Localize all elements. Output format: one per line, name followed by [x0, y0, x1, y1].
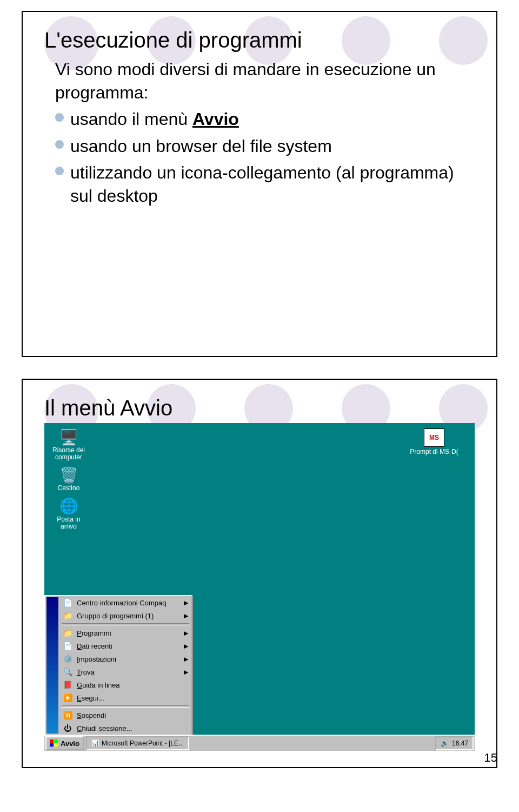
slide-1: L'esecuzione di programmi Vi sono modi d… [22, 11, 497, 357]
slide-title: Il menù Avvio [44, 396, 496, 420]
trova-icon: 🔍 [63, 667, 72, 677]
start-menu: 📄Centro informazioni Compaq▶📁Gruppo di p… [44, 595, 192, 736]
start-menu-item-dati[interactable]: 📄Dati recenti▶ [59, 639, 191, 652]
guida-icon: 📕 [63, 680, 72, 690]
start-menu-item-impostazioni[interactable]: ⚙️Impostazioni▶ [59, 652, 191, 665]
desktop-icon-risorse[interactable]: 🖥️Risorse del computer [50, 428, 88, 461]
chiudi-icon: ⏻ [63, 723, 72, 733]
menu-separator [62, 623, 189, 625]
desktop-icon-posta[interactable]: 🌐Posta in arrivo [50, 498, 88, 530]
dati-icon: 📄 [63, 641, 72, 651]
menu-item-label: Chiudi sessione... [77, 724, 188, 732]
start-menu-item-compaq[interactable]: 📄Centro informazioni Compaq▶ [59, 596, 191, 609]
programmi-icon: 📁 [63, 628, 72, 638]
slide-2: Il menù Avvio 🖥️Risorse del computer🗑️Ce… [22, 379, 497, 768]
menu-item-label: Trova [77, 668, 179, 676]
menu-item-label: Gruppo di programmi (1) [77, 612, 179, 620]
submenu-arrow-icon: ▶ [184, 612, 188, 619]
gruppo-icon: 📁 [63, 611, 72, 620]
bullet-icon [55, 167, 64, 175]
start-menu-item-sospendi[interactable]: ⏸️Sospendi [59, 709, 191, 722]
taskbar-app-label: Microsoft PowerPoint - [LE... [102, 740, 184, 747]
bullet-item: usando un browser del file system [55, 135, 475, 158]
start-menu-item-trova[interactable]: 🔍Trova▶ [59, 665, 191, 678]
intro-text: Vi sono modi diversi di mandare in esecu… [55, 58, 475, 104]
menu-item-label: Dati recenti [77, 642, 179, 650]
menu-item-label: Sospendi [77, 711, 188, 719]
tray-icon: 🔊 [441, 740, 449, 747]
windows-logo-icon [50, 740, 58, 747]
menu-item-label: Programmi [77, 629, 179, 637]
msdos-icon: MS [424, 428, 444, 447]
desktop-icon-cestino[interactable]: 🗑️Cestino [50, 466, 88, 492]
start-menu-item-programmi[interactable]: 📁Programmi▶ [59, 626, 191, 639]
impostazioni-icon: ⚙️ [63, 654, 72, 664]
bullet-icon [55, 113, 64, 122]
posta-icon: 🌐 [59, 498, 78, 515]
start-menu-item-gruppo[interactable]: 📁Gruppo di programmi (1)▶ [59, 609, 191, 622]
menu-item-label: Impostazioni [77, 655, 179, 663]
start-button-label: Avvio [61, 740, 79, 748]
submenu-arrow-icon: ▶ [184, 643, 188, 650]
start-menu-item-guida[interactable]: 📕Guida in linea [59, 678, 191, 691]
bullet-text: usando il menù Avvio [70, 108, 239, 131]
risorse-icon: 🖥️ [59, 428, 78, 446]
menu-separator [62, 705, 189, 708]
submenu-arrow-icon: ▶ [184, 630, 188, 637]
compaq-icon: 📄 [63, 598, 72, 608]
submenu-arrow-icon: ▶ [184, 656, 188, 663]
start-menu-band [46, 597, 58, 734]
desktop-icon-label: Prompt di MS-D( [410, 448, 458, 455]
submenu-arrow-icon: ▶ [184, 669, 188, 676]
bullet-text: utilizzando un icona-collegamento (al pr… [70, 161, 475, 208]
taskbar-app-button[interactable]: 📊 Microsoft PowerPoint - [LE... [86, 736, 189, 750]
windows-desktop: 🖥️Risorse del computer🗑️Cestino🌐Posta in… [44, 423, 475, 751]
powerpoint-icon: 📊 [91, 740, 99, 747]
sospendi-icon: ⏸️ [63, 710, 72, 720]
cestino-icon: 🗑️ [59, 466, 78, 484]
submenu-arrow-icon: ▶ [184, 599, 188, 606]
start-button[interactable]: Avvio [45, 736, 84, 750]
bullet-text: usando un browser del file system [70, 135, 332, 158]
bullet-item: utilizzando un icona-collegamento (al pr… [55, 161, 475, 208]
slide-title: L'esecuzione di programmi [44, 28, 496, 52]
menu-item-label: Centro informazioni Compaq [77, 599, 179, 607]
bullet-item: usando il menù Avvio [55, 108, 475, 131]
desktop-icon-msdos[interactable]: MS Prompt di MS-D( [410, 428, 458, 455]
menu-item-label: Guida in linea [77, 681, 188, 689]
page-number: 15 [484, 751, 497, 765]
desktop-icon-label: Risorse del computer [50, 447, 88, 461]
taskbar: Avvio 📊 Microsoft PowerPoint - [LE... 🔊 … [44, 735, 475, 751]
bullet-icon [55, 140, 64, 149]
desktop-icon-label: Posta in arrivo [50, 516, 88, 530]
menu-item-label: Esegui... [77, 694, 188, 702]
desktop-icon-label: Cestino [58, 485, 80, 492]
system-tray[interactable]: 🔊 16.47 [435, 736, 474, 750]
start-menu-item-chiudi[interactable]: ⏻Chiudi sessione... [59, 722, 191, 735]
start-menu-item-esegui[interactable]: ▶️Esegui... [59, 691, 191, 704]
slide-body: Vi sono modi diversi di mandare in esecu… [55, 58, 475, 208]
clock: 16.47 [452, 740, 468, 747]
esegui-icon: ▶️ [63, 693, 72, 703]
